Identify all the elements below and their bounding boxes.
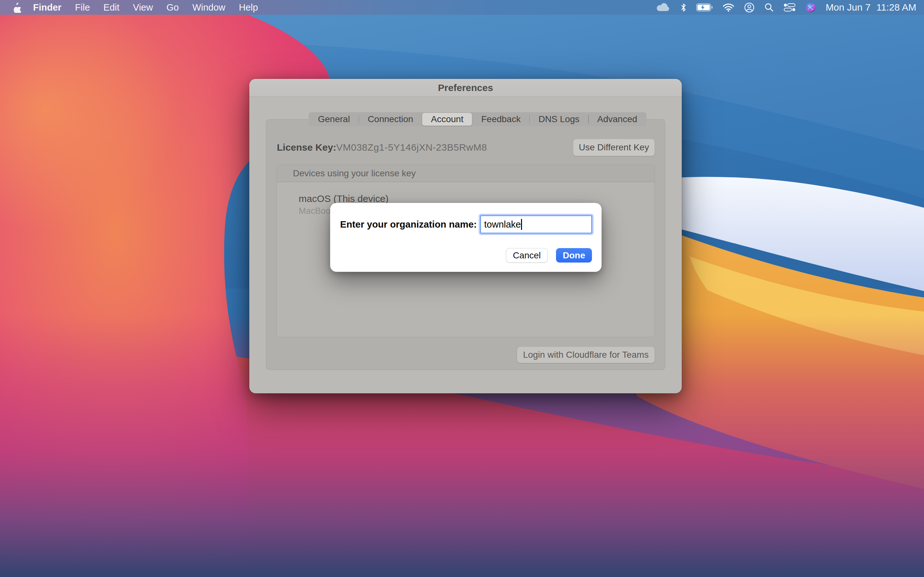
- menu-item-help[interactable]: Help: [232, 0, 265, 15]
- use-different-key-button[interactable]: Use Different Key: [573, 139, 655, 156]
- tab-feedback[interactable]: Feedback: [473, 112, 529, 126]
- window-titlebar[interactable]: Preferences: [249, 79, 682, 97]
- preferences-tab-bar: General Connection Account Feedback DNS …: [309, 112, 646, 126]
- license-key-label: License Key:: [277, 139, 336, 156]
- menu-item-view[interactable]: View: [126, 0, 160, 15]
- login-cloudflare-teams-button[interactable]: Login with Cloudflare for Teams: [517, 347, 655, 363]
- menu-bar-date: Mon Jun 7: [825, 2, 871, 13]
- desktop: Finder File Edit View Go Window Help: [0, 0, 924, 577]
- organization-name-dialog: Enter your organization name: townlake C…: [330, 203, 602, 272]
- menu-bar-time: 11:28 AM: [876, 2, 916, 13]
- tab-connection[interactable]: Connection: [359, 112, 422, 126]
- battery-charging-icon[interactable]: [696, 0, 713, 15]
- control-center-icon[interactable]: [783, 0, 796, 15]
- menu-item-edit[interactable]: Edit: [97, 0, 126, 15]
- license-key-value: VM038Zg1-5Y146jXN-23B5RwM8: [336, 139, 487, 156]
- device-name: macOS (This device): [299, 193, 389, 204]
- done-button[interactable]: Done: [556, 248, 592, 263]
- apple-logo-icon: [11, 2, 22, 13]
- menu-bar-clock[interactable]: Mon Jun 7 11:28 AM: [825, 2, 916, 13]
- menu-item-go[interactable]: Go: [160, 0, 186, 15]
- account-icon[interactable]: [744, 0, 754, 15]
- tab-dns-logs[interactable]: DNS Logs: [530, 112, 588, 126]
- cancel-button[interactable]: Cancel: [506, 248, 548, 263]
- menu-bar: Finder File Edit View Go Window Help: [0, 0, 924, 15]
- device-detail: MacBook: [299, 206, 335, 216]
- spotlight-search-icon[interactable]: [764, 0, 774, 15]
- menu-item-finder[interactable]: Finder: [26, 0, 68, 15]
- tab-account[interactable]: Account: [422, 113, 472, 126]
- menu-item-window[interactable]: Window: [186, 0, 232, 15]
- text-caret: [521, 219, 522, 230]
- tab-advanced[interactable]: Advanced: [589, 112, 646, 126]
- apple-menu[interactable]: [11, 2, 22, 13]
- menu-bar-status: Mon Jun 7 11:28 AM: [655, 0, 924, 15]
- organization-name-input[interactable]: townlake: [480, 215, 592, 234]
- wifi-icon[interactable]: [722, 0, 734, 15]
- organization-prompt-label: Enter your organization name:: [340, 215, 477, 234]
- menu-bar-left: Finder File Edit View Go Window Help: [0, 0, 265, 15]
- organization-name-value: townlake: [484, 219, 521, 230]
- devices-list-header: Devices using your license key: [277, 165, 654, 182]
- cloudflare-cloud-icon[interactable]: [655, 0, 671, 15]
- bluetooth-icon[interactable]: [680, 0, 687, 15]
- siri-icon[interactable]: [805, 0, 816, 15]
- menu-item-file[interactable]: File: [68, 0, 97, 15]
- window-title: Preferences: [249, 82, 682, 93]
- tab-general[interactable]: General: [309, 112, 359, 126]
